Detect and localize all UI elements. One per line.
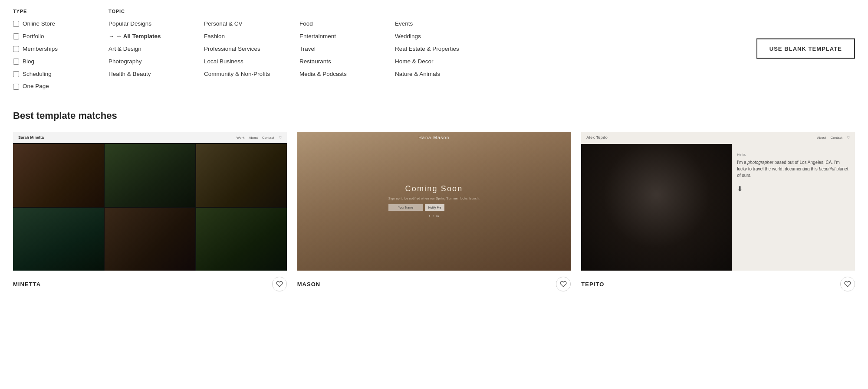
mason-subtitle: Sign up to be notified when our Spring/S… bbox=[388, 197, 480, 200]
minetta-preview-grid bbox=[13, 144, 287, 271]
topic-personal-cv[interactable]: Personal & CV bbox=[204, 18, 291, 30]
mason-preview-logo: Hana Mason bbox=[418, 135, 450, 140]
topic-travel[interactable]: Travel bbox=[299, 43, 386, 55]
checkbox-memberships[interactable] bbox=[13, 46, 19, 52]
minetta-footer: MINETTA bbox=[13, 271, 287, 291]
mason-preview-header: Hana Mason bbox=[297, 132, 571, 144]
templates-grid: Sarah Minetta Work About Contact ♡ bbox=[13, 132, 855, 291]
filter-portfolio[interactable]: Portfolio bbox=[13, 31, 100, 42]
header-right: MY FAVORITES USE BLANK TEMPLATE bbox=[780, 9, 855, 92]
topic-photography[interactable]: Photography bbox=[108, 56, 195, 68]
filter-memberships-label: Memberships bbox=[23, 45, 58, 53]
use-blank-label: USE BLANK TEMPLATE bbox=[769, 45, 842, 52]
filters-section: TYPE Online Store Portfolio Memberships … bbox=[13, 9, 855, 92]
best-matches-title: Best template matches bbox=[13, 110, 855, 121]
checkbox-online-store[interactable] bbox=[13, 21, 19, 27]
filter-scheduling[interactable]: Scheduling bbox=[13, 69, 100, 80]
topic-all-templates-label: → All Templates bbox=[116, 33, 161, 41]
topic-fashion[interactable]: Fashion bbox=[204, 31, 291, 42]
topic-filter-column-4: TOPIC Events Weddings Real Estate & Prop… bbox=[395, 9, 490, 92]
template-card-tepito[interactable]: Alex Tepito About Contact ♡ Hel bbox=[581, 132, 855, 291]
arrow-icon: → bbox=[108, 33, 114, 40]
topic-events[interactable]: Events bbox=[395, 18, 482, 30]
minetta-preview-logo: Sarah Minetta bbox=[18, 135, 44, 140]
topic-filter-column-2: TOPIC Personal & CV Fashion Professional… bbox=[204, 9, 299, 92]
tepito-body: Hello, I'm a photographer based out of L… bbox=[581, 132, 855, 271]
type-filter-column: TYPE Online Store Portfolio Memberships … bbox=[13, 9, 108, 92]
template-card-minetta[interactable]: Sarah Minetta Work About Contact ♡ bbox=[13, 132, 287, 291]
filter-blog-label: Blog bbox=[23, 58, 34, 66]
topic-food[interactable]: Food bbox=[299, 18, 386, 30]
topic-nature-animals[interactable]: Nature & Animals bbox=[395, 69, 482, 80]
filter-one-page[interactable]: One Page bbox=[13, 81, 100, 92]
tepito-img-inner bbox=[581, 144, 732, 271]
main-content: Best template matches Sarah Minetta Work… bbox=[0, 97, 868, 304]
tepito-preview-wrapper: Alex Tepito About Contact ♡ Hel bbox=[581, 132, 855, 271]
filter-online-store[interactable]: Online Store bbox=[13, 18, 100, 30]
minetta-preview-header: Sarah Minetta Work About Contact ♡ bbox=[13, 132, 287, 143]
mason-heart-icon bbox=[560, 281, 567, 288]
tepito-heart-icon bbox=[844, 281, 851, 288]
topic-professional-services[interactable]: Professional Services bbox=[204, 43, 291, 55]
filter-online-store-label: Online Store bbox=[23, 20, 55, 28]
tepito-preview-header: Alex Tepito About Contact ♡ bbox=[581, 132, 855, 143]
mason-coming-soon: Coming Soon bbox=[388, 184, 480, 193]
filter-memberships[interactable]: Memberships bbox=[13, 43, 100, 55]
minetta-favorite-button[interactable] bbox=[272, 277, 287, 291]
filter-one-page-label: One Page bbox=[23, 82, 49, 91]
mason-submit-btn: Notify Me bbox=[425, 204, 445, 211]
checkbox-one-page[interactable] bbox=[13, 84, 19, 90]
tepito-down-arrow-icon: ⬇ bbox=[737, 185, 850, 193]
template-preview-mason: Hana Mason Coming Soon Sign up to be not… bbox=[297, 132, 571, 271]
filter-bar: TYPE Online Store Portfolio Memberships … bbox=[0, 0, 868, 97]
topic-filter-column-3: TOPIC Food Entertainment Travel Restaura… bbox=[299, 9, 395, 92]
filter-blog[interactable]: Blog bbox=[13, 56, 100, 68]
mason-email-input: Your Name bbox=[388, 204, 423, 211]
mason-preview-content: Coming Soon Sign up to be notified when … bbox=[388, 184, 480, 218]
template-preview-minetta: Sarah Minetta Work About Contact ♡ bbox=[13, 132, 287, 271]
tepito-preview-logo: Alex Tepito bbox=[586, 135, 608, 140]
minetta-heart-icon bbox=[276, 281, 283, 288]
checkbox-portfolio[interactable] bbox=[13, 33, 19, 39]
mason-preview-wrapper: Hana Mason Coming Soon Sign up to be not… bbox=[297, 132, 571, 271]
topic-popular-designs[interactable]: Popular Designs bbox=[108, 18, 195, 30]
tepito-name: TEPITO bbox=[581, 281, 604, 288]
filter-portfolio-label: Portfolio bbox=[23, 33, 44, 41]
topic-entertainment[interactable]: Entertainment bbox=[299, 31, 386, 42]
topic-all-templates[interactable]: → → All Templates bbox=[108, 31, 195, 42]
topic-media-podcasts[interactable]: Media & Podcasts bbox=[299, 69, 386, 80]
minetta-preview-nav: Work About Contact ♡ bbox=[237, 136, 282, 140]
mason-footer: MASON bbox=[297, 271, 571, 291]
template-card-mason[interactable]: Hana Mason Coming Soon Sign up to be not… bbox=[297, 132, 571, 291]
tepito-main-text: I'm a photographer based out of Los Ange… bbox=[737, 159, 850, 179]
topic-filter-column: TOPIC Popular Designs → → All Templates … bbox=[108, 9, 204, 92]
checkbox-blog[interactable] bbox=[13, 59, 19, 65]
topic-label: TOPIC bbox=[108, 9, 195, 14]
tepito-text-area: Hello, I'm a photographer based out of L… bbox=[732, 144, 855, 271]
tepito-hello: Hello, bbox=[737, 153, 850, 157]
tepito-favorite-button[interactable] bbox=[840, 277, 855, 291]
tepito-preview-nav: About Contact ♡ bbox=[817, 136, 850, 140]
topic-art-design[interactable]: Art & Design bbox=[108, 43, 195, 55]
topic-real-estate[interactable]: Real Estate & Properties bbox=[395, 43, 482, 55]
topic-weddings[interactable]: Weddings bbox=[395, 31, 482, 42]
filter-scheduling-label: Scheduling bbox=[23, 70, 52, 78]
minetta-name: MINETTA bbox=[13, 281, 41, 288]
type-label: TYPE bbox=[13, 9, 100, 14]
topic-local-business[interactable]: Local Business bbox=[204, 56, 291, 68]
tepito-footer: TEPITO bbox=[581, 271, 855, 291]
tepito-portrait-image bbox=[581, 144, 732, 271]
topic-home-decor[interactable]: Home & Decor bbox=[395, 56, 482, 68]
template-preview-tepito: Alex Tepito About Contact ♡ Hel bbox=[581, 132, 855, 271]
topic-restaurants[interactable]: Restaurants bbox=[299, 56, 386, 68]
checkbox-scheduling[interactable] bbox=[13, 71, 19, 77]
topic-health-beauty[interactable]: Health & Beauty bbox=[108, 69, 195, 80]
mason-social-icons: f t in bbox=[388, 214, 480, 218]
mason-name: MASON bbox=[297, 281, 321, 288]
use-blank-template-button[interactable]: USE BLANK TEMPLATE bbox=[756, 38, 855, 59]
mason-favorite-button[interactable] bbox=[556, 277, 571, 291]
topic-community-non-profits[interactable]: Community & Non-Profits bbox=[204, 69, 291, 80]
mason-input-row: Your Name Notify Me bbox=[388, 204, 480, 211]
